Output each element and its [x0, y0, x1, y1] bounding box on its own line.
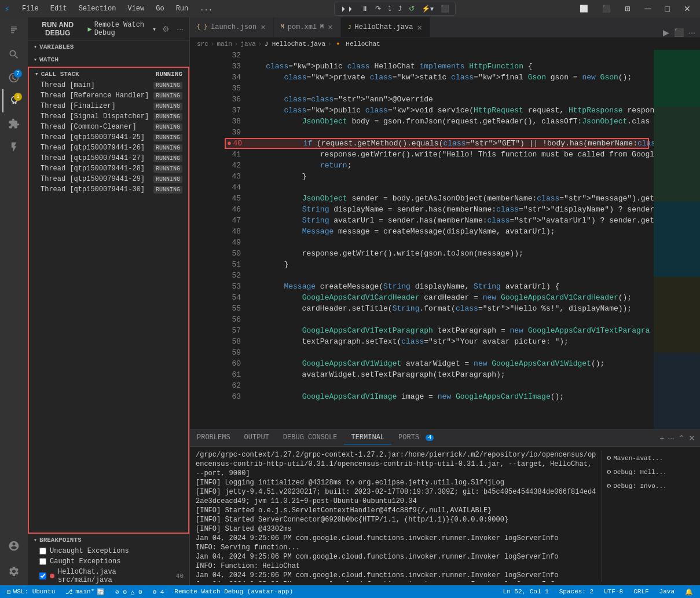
panel-tab-debug-console[interactable]: DEBUG CONSOLE — [276, 431, 344, 444]
activity-settings[interactable] — [2, 560, 25, 583]
thread-name: Thread [qtp1500079441-30] — [41, 185, 145, 194]
debug-continue-btn[interactable]: ⏵⏵ — [338, 3, 357, 14]
debug-restart-btn[interactable]: ↺ — [406, 3, 417, 14]
breakpoint-item[interactable]: HelloChat.java src/main/java40 — [28, 567, 189, 585]
breakpoint-item[interactable]: Caught Exceptions — [28, 556, 189, 567]
watch-label[interactable]: ▾ WATCH — [28, 54, 189, 65]
menu-file[interactable]: File — [20, 3, 41, 14]
panel-close-btn[interactable]: ✕ — [688, 433, 695, 443]
menu-run[interactable]: Run — [174, 3, 191, 14]
terminal-main[interactable]: /grpc/grpc-context/1.27.2/grpc-context-1… — [196, 450, 597, 582]
tab-hellochat-java[interactable]: J HelloChat.java ✕ — [341, 17, 430, 37]
call-stack-thread[interactable]: Thread [Finalizer]RUNNING — [29, 101, 188, 111]
call-stack-thread[interactable]: Thread [qtp1500079441-25]RUNNING — [29, 132, 188, 143]
activity-testing[interactable] — [2, 136, 25, 159]
menu-edit[interactable]: Edit — [48, 3, 69, 14]
tab-pom-xml[interactable]: M pom.xml M ✕ — [274, 17, 341, 37]
terminal-sidebar-item[interactable]: ⚙Debug: Invo... — [606, 480, 691, 492]
breadcrumb-file[interactable]: J HelloChat.java — [264, 41, 325, 48]
call-stack-thread[interactable]: Thread [qtp1500079441-29]RUNNING — [29, 174, 188, 184]
call-stack-thread[interactable]: Thread [qtp1500079441-30]RUNNING — [29, 184, 188, 195]
call-stack-thread[interactable]: Thread [Signal Dispatcher]RUNNING — [29, 111, 188, 122]
debug-run-dropdown-btn[interactable]: ⚡▾ — [419, 3, 436, 14]
status-bell[interactable]: 🔔 — [683, 588, 695, 596]
close-btn[interactable]: ✕ — [679, 2, 695, 16]
split-btn[interactable]: ⬛ — [598, 2, 615, 15]
debug-header: RUN AND DEBUG ▶ Remote Watch Debug ▾ ⚙ ·… — [28, 17, 189, 41]
line-code: JsonObject sender = body.getAsJsonObject… — [248, 193, 654, 204]
tab-launch-json[interactable]: { } launch.json ✕ — [190, 17, 274, 37]
activity-debug[interactable]: 1 — [2, 89, 25, 112]
panel-tab-problems[interactable]: PROBLEMS — [190, 431, 237, 444]
debug-more-button[interactable]: ··· — [175, 23, 185, 35]
menu-more[interactable]: ... — [197, 3, 215, 14]
activity-source-control[interactable]: 7 — [2, 66, 25, 89]
status-language[interactable]: Java — [657, 588, 677, 595]
maximize-btn[interactable]: □ — [661, 2, 675, 16]
breadcrumb-src[interactable]: src — [197, 41, 208, 48]
debug-pause-btn[interactable]: ⏸ — [359, 3, 371, 14]
layout-btn[interactable]: ⬜ — [575, 2, 593, 15]
call-stack-thread[interactable]: Thread [qtp1500079441-26]RUNNING — [29, 143, 188, 153]
minimize-btn[interactable]: ─ — [640, 1, 655, 16]
call-stack-thread[interactable]: Thread [main]RUNNING — [29, 80, 188, 90]
status-debug[interactable]: Remote Watch Debug (avatar-app) — [172, 588, 295, 595]
debug-step-out-btn[interactable]: ⤴ — [396, 3, 404, 14]
status-wsl[interactable]: ⊞ WSL: Ubuntu — [5, 588, 57, 596]
status-line-ending[interactable]: CRLF — [631, 588, 651, 595]
activity-extensions[interactable] — [2, 112, 25, 136]
breadcrumb-java[interactable]: java — [240, 41, 255, 48]
panel-tab-output[interactable]: OUTPUT — [237, 431, 276, 444]
split-editor-btn[interactable]: ⬛ — [674, 28, 684, 37]
status-branch[interactable]: ⎇ main* 🔄 — [63, 588, 107, 596]
status-threads[interactable]: ⚙ 4 — [151, 588, 167, 596]
status-position[interactable]: Ln 52, Col 1 — [501, 588, 551, 595]
panel-more-btn[interactable]: ··· — [668, 433, 675, 443]
more-editors-btn[interactable]: ··· — [688, 28, 695, 37]
status-spaces[interactable]: Spaces: 2 — [557, 588, 596, 595]
menu-go[interactable]: Go — [153, 3, 166, 14]
breakpoints-label[interactable]: ▾ BREAKPOINTS — [28, 534, 189, 546]
code-content[interactable]: 3233 class="kw">public class HelloChat i… — [220, 50, 654, 429]
terminal-sidebar-item[interactable]: ⚙Maven-avat... — [606, 453, 691, 464]
line-number: 36 — [225, 94, 248, 105]
call-stack-toggle[interactable]: ▾ CALL STACK — [35, 70, 79, 78]
tab-launch-json-close[interactable]: ✕ — [260, 21, 266, 32]
menu-selection[interactable]: Selection — [76, 3, 119, 14]
activity-explorer[interactable] — [2, 20, 25, 43]
terminal-sidebar-item[interactable]: ⚙Debug: Hell... — [606, 466, 691, 478]
line-number: 60 — [225, 358, 248, 369]
status-errors[interactable]: ⊘ 0 △ 0 — [113, 588, 144, 596]
debug-settings-button[interactable]: ⚙ — [161, 23, 171, 35]
activity-search[interactable] — [2, 43, 25, 66]
call-stack-thread[interactable]: Thread [qtp1500079441-27]RUNNING — [29, 153, 188, 163]
activity-account[interactable] — [2, 534, 25, 557]
call-stack-thread[interactable]: Thread [Common-Cleaner]RUNNING — [29, 122, 188, 132]
code-line: 41 response.getWriter().write("Hello! Th… — [225, 149, 649, 160]
tab-hellochat-java-close[interactable]: ✕ — [416, 22, 422, 33]
run-and-debug-button[interactable]: RUN AND DEBUG — [32, 20, 83, 38]
debug-step-into-btn[interactable]: ⤵ — [386, 3, 394, 14]
breakpoint-checkbox[interactable] — [39, 558, 46, 565]
tab-pom-xml-close[interactable]: ✕ — [327, 21, 333, 32]
breadcrumb-main[interactable]: main — [217, 41, 232, 48]
call-stack-thread[interactable]: Thread [Reference Handler]RUNNING — [29, 90, 188, 101]
call-stack-thread[interactable]: Thread [qtp1500079441-28]RUNNING — [29, 163, 188, 174]
panel-add-btn[interactable]: + — [659, 433, 664, 443]
panel-move-up-btn[interactable]: ⌃ — [678, 433, 685, 443]
breakpoint-item[interactable]: Uncaught Exceptions — [28, 546, 189, 556]
grid-btn[interactable]: ⊞ — [620, 2, 635, 15]
variables-label[interactable]: ▾ VARIABLES — [28, 41, 189, 53]
status-encoding[interactable]: UTF-8 — [602, 588, 625, 595]
thread-name: Thread [qtp1500079441-25] — [41, 133, 145, 141]
breakpoint-checkbox[interactable] — [39, 573, 46, 579]
breadcrumb-class[interactable]: 🔸 HelloChat — [334, 40, 380, 48]
panel-tab-terminal[interactable]: TERMINAL — [344, 431, 391, 444]
debug-step-over-btn[interactable]: ↷ — [373, 3, 383, 14]
run-tab-btn[interactable]: ▶ — [663, 28, 669, 37]
debug-stop-btn[interactable]: ⬛ — [438, 3, 452, 14]
panel-tab-ports[interactable]: PORTS 4 — [391, 431, 441, 444]
menu-view[interactable]: View — [125, 3, 146, 14]
breakpoint-checkbox[interactable] — [39, 548, 46, 555]
terminal-line: [INFO] jetty-9.4.51.v20230217; built: 20… — [196, 487, 597, 506]
